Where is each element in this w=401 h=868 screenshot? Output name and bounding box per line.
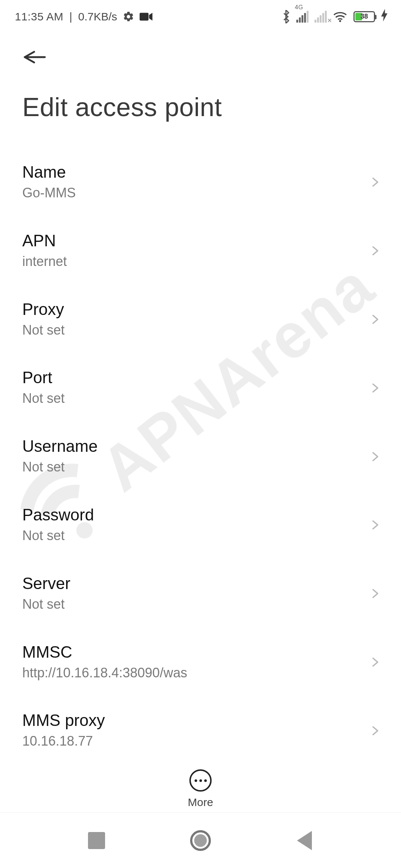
setting-label: Port [22, 368, 361, 387]
camera-icon [140, 11, 153, 22]
chevron-right-icon [370, 246, 380, 256]
wifi-icon [333, 11, 348, 23]
setting-value: Not set [22, 596, 361, 613]
setting-value: Not set [22, 527, 361, 545]
chevron-right-icon [370, 588, 380, 599]
setting-row-apn[interactable]: APNinternet [0, 217, 401, 285]
chevron-right-icon [370, 520, 380, 530]
back-button[interactable] [22, 48, 48, 66]
chevron-right-icon [370, 383, 380, 393]
chevron-right-icon [370, 726, 380, 736]
signal-4g-icon: 4G [296, 11, 309, 23]
setting-value: http://10.16.18.4:38090/was [22, 664, 361, 682]
setting-row-server[interactable]: ServerNot set [0, 559, 401, 628]
status-net-speed: 0.7KB/s [78, 10, 117, 23]
setting-row-port[interactable]: PortNot set [0, 354, 401, 422]
setting-value: Not set [22, 322, 361, 339]
gear-icon [123, 11, 134, 23]
setting-label: MMS proxy [22, 711, 361, 730]
setting-label: MMSC [22, 643, 361, 661]
setting-row-mms-proxy[interactable]: MMS proxy10.16.18.77 [0, 696, 401, 765]
more-icon [195, 779, 207, 782]
more-button[interactable] [189, 769, 212, 792]
chevron-right-icon [370, 177, 380, 187]
status-separator: | [69, 10, 73, 23]
setting-value: Go-MMS [22, 184, 361, 202]
chevron-right-icon [370, 451, 380, 462]
status-time: 11:35 AM [15, 10, 63, 23]
svg-point-1 [339, 20, 341, 22]
signal-gen-label: 4G [295, 4, 303, 11]
setting-value: Not set [22, 390, 361, 407]
setting-row-name[interactable]: NameGo-MMS [0, 148, 401, 217]
more-label: More [188, 796, 213, 809]
nav-back-button[interactable] [293, 829, 316, 852]
bluetooth-icon [281, 10, 290, 23]
svg-rect-0 [140, 13, 149, 20]
signal-nosim-icon: ✕ [314, 11, 327, 23]
setting-row-password[interactable]: PasswordNot set [0, 491, 401, 559]
setting-label: Username [22, 437, 361, 456]
setting-label: Password [22, 506, 361, 524]
setting-label: Server [22, 574, 361, 593]
android-nav-bar [0, 812, 401, 868]
chevron-right-icon [370, 657, 380, 667]
page-title: Edit access point [0, 66, 401, 137]
setting-label: APN [22, 231, 361, 250]
battery-indicator: 38 [353, 11, 375, 22]
setting-label: Proxy [22, 300, 361, 319]
setting-label: Name [22, 163, 361, 181]
chevron-right-icon [370, 314, 380, 325]
nav-recent-button[interactable] [85, 829, 108, 852]
setting-row-proxy[interactable]: ProxyNot set [0, 285, 401, 354]
setting-row-username[interactable]: UsernameNot set [0, 422, 401, 491]
charging-icon [381, 9, 388, 24]
setting-value: internet [22, 253, 361, 270]
nav-home-button[interactable] [189, 829, 212, 852]
setting-value: 10.16.18.77 [22, 733, 361, 750]
settings-list: NameGo-MMSAPNinternetProxyNot setPortNot… [0, 137, 401, 765]
status-bar: 11:35 AM | 0.7KB/s 4G ✕ [0, 0, 401, 30]
setting-row-mmsc[interactable]: MMSChttp://10.16.18.4:38090/was [0, 628, 401, 697]
setting-value: Not set [22, 458, 361, 476]
battery-percent: 38 [355, 13, 374, 20]
